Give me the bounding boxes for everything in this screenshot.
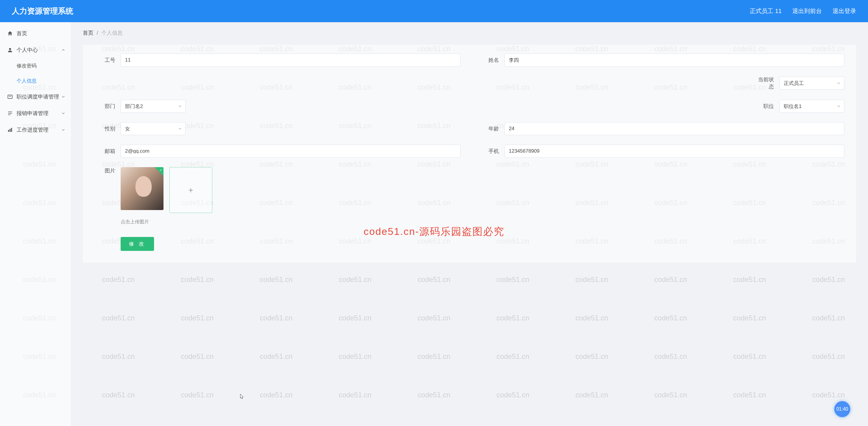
position-label: 职位: [753, 103, 774, 110]
gender-value: 女: [125, 125, 130, 132]
nav-personal-info[interactable]: 个人信息: [0, 74, 71, 88]
home-icon: [7, 30, 13, 36]
breadcrumb: 首页 / 个人信息: [83, 29, 856, 36]
phone-input[interactable]: [504, 145, 844, 158]
breadcrumb-home[interactable]: 首页: [83, 30, 93, 36]
nav-reimbursement-label: 报销申请管理: [17, 110, 49, 117]
dept-value: 部门名2: [125, 103, 143, 110]
chart-icon: [7, 127, 13, 133]
nav-position-label: 职位调度申请管理: [17, 93, 59, 100]
timer-badge: 01:40: [834, 401, 850, 417]
list-icon: [7, 110, 13, 116]
dept-label: 部门: [95, 103, 115, 110]
svg-rect-8: [11, 128, 12, 132]
email-input[interactable]: [121, 145, 461, 158]
status-value: 正式员工: [784, 80, 804, 87]
logout-link[interactable]: 退出登录: [833, 7, 856, 15]
image-label: 图片: [95, 167, 115, 174]
chevron-down-icon: [61, 128, 65, 132]
status-select[interactable]: 正式员工: [779, 77, 844, 90]
header-bar: 人力资源管理系统 正式员工 11 退出到前台 退出登录: [0, 0, 868, 22]
avatar-photo: [135, 176, 152, 197]
email-label: 邮箱: [95, 148, 115, 155]
upload-hint: 点击上传图片: [121, 219, 844, 225]
nav-work-progress[interactable]: 工作进度管理: [0, 121, 71, 138]
position-select[interactable]: 职位名1: [779, 100, 844, 113]
uploaded-image[interactable]: ✓: [121, 167, 163, 210]
svg-point-0: [9, 48, 11, 50]
message-icon: [7, 94, 13, 100]
svg-rect-7: [9, 129, 10, 132]
age-label: 年龄: [478, 125, 499, 132]
nav-work-label: 工作进度管理: [17, 126, 49, 134]
chevron-down-icon: [178, 105, 182, 108]
chevron-down-icon: [837, 81, 840, 85]
gender-select[interactable]: 女: [121, 122, 186, 135]
chevron-down-icon: [178, 127, 182, 131]
svg-rect-1: [8, 95, 12, 98]
emp-id-label: 工号: [95, 57, 115, 64]
plus-icon: +: [188, 186, 193, 195]
age-input[interactable]: [504, 122, 844, 135]
center-watermark: code51.cn-源码乐园盗图必究: [364, 225, 504, 238]
app-title: 人力资源管理系统: [12, 6, 750, 16]
content-area: 首页 / 个人信息 工号 姓名 当前状态 正式员工: [71, 22, 868, 426]
user-status-text[interactable]: 正式员工 11: [750, 7, 782, 15]
nav-change-password[interactable]: 修改密码: [0, 58, 71, 74]
status-label: 当前状态: [753, 76, 774, 90]
pointer-cursor-icon: [239, 394, 245, 401]
nav-position-transfer[interactable]: 职位调度申请管理: [0, 88, 71, 105]
chevron-down-icon: [837, 105, 840, 108]
exit-to-front-link[interactable]: 退出到前台: [792, 7, 822, 15]
chevron-down-icon: [61, 95, 65, 98]
chevron-down-icon: [61, 112, 65, 115]
nav-reimbursement[interactable]: 报销申请管理: [0, 105, 71, 121]
name-input[interactable]: [504, 54, 844, 66]
breadcrumb-sep: /: [97, 30, 98, 36]
chevron-up-icon: [61, 48, 65, 52]
nav-home[interactable]: 首页: [0, 25, 71, 42]
nav-personal-center[interactable]: 个人中心: [0, 42, 71, 58]
submit-button[interactable]: 修 改: [121, 237, 154, 251]
check-icon: ✓: [159, 168, 162, 172]
gender-label: 性别: [95, 125, 115, 132]
nav-personal-label: 个人中心: [17, 47, 38, 54]
nav-home-label: 首页: [17, 30, 27, 37]
name-label: 姓名: [478, 57, 499, 64]
svg-rect-6: [8, 130, 9, 132]
emp-id-input[interactable]: [121, 54, 461, 66]
position-value: 职位名1: [784, 103, 802, 110]
phone-label: 手机: [478, 148, 499, 155]
upload-add-button[interactable]: +: [169, 167, 212, 213]
sidebar: 首页 个人中心 修改密码 个人信息 职位调度申请管理 报销申请管理 工作进度管理: [0, 22, 71, 426]
user-icon: [7, 47, 13, 53]
breadcrumb-current: 个人信息: [101, 30, 123, 36]
dept-select[interactable]: 部门名2: [121, 100, 186, 113]
